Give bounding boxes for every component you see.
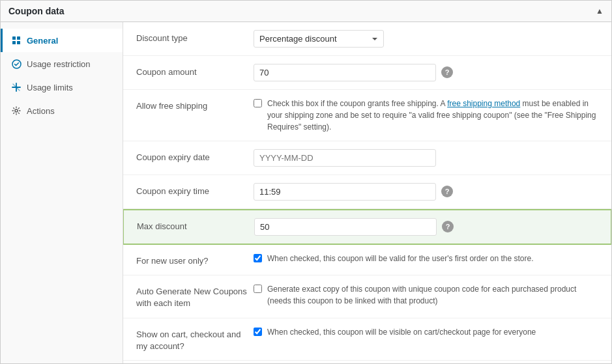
auto-generate-label: Auto Generate New Coupons with each item (136, 283, 254, 309)
coupon-amount-input[interactable] (254, 64, 436, 81)
allow-free-shipping-content: Check this box if the coupon grants free… (254, 98, 598, 133)
show-on-cart-description: When checked, this coupon will be visibl… (267, 326, 536, 338)
auto-generate-content: Generate exact copy of this coupon with … (254, 283, 598, 307)
auto-generate-row: Auto Generate New Coupons with each item… (123, 275, 611, 318)
show-on-cart-content: When checked, this coupon will be visibl… (254, 326, 598, 338)
sidebar-item-usage-restriction[interactable]: Usage restriction (1, 52, 123, 76)
circle-check-icon (11, 59, 22, 69)
sidebar-label-usage-limits: Usage limits (27, 83, 73, 92)
free-shipping-link[interactable]: free shipping method (447, 99, 520, 108)
coupon-panel: Coupon data ▲ General (0, 0, 612, 364)
max-discount-row: Max discount ? (123, 209, 611, 245)
main-content: Discount type Percentage discount Fixed … (123, 22, 611, 363)
svg-rect-3 (17, 41, 20, 44)
max-discount-help-icon[interactable]: ? (442, 221, 454, 232)
coupon-expiry-time-input[interactable] (254, 183, 436, 201)
sidebar-label-usage-restriction: Usage restriction (27, 59, 91, 69)
for-new-user-content: When checked, this coupon will be valid … (254, 253, 598, 264)
coupon-amount-help-icon[interactable]: ? (441, 66, 453, 78)
panel-header: Coupon data ▲ (1, 1, 611, 22)
svg-rect-1 (17, 36, 20, 40)
max-discount-label: Max discount (137, 218, 254, 232)
allow-free-shipping-checkbox[interactable] (254, 99, 262, 107)
coupon-amount-label: Coupon amount (136, 64, 254, 78)
panel-title: Coupon data (8, 6, 65, 16)
allow-free-shipping-wrap: Check this box if the coupon grants free… (254, 98, 598, 133)
coupon-expiry-time-help-icon[interactable]: ? (441, 186, 453, 197)
for-new-user-description: When checked, this coupon will be valid … (267, 253, 534, 264)
coupon-amount-content: ? (254, 64, 598, 81)
coupon-expiry-time-label: Coupon expiry time (136, 183, 254, 197)
grid-icon (11, 35, 22, 46)
plus-cross-icon (11, 82, 22, 92)
coupon-expiry-date-row: Coupon expiry date (123, 141, 611, 175)
gear-icon (11, 105, 22, 116)
coupon-expiry-date-label: Coupon expiry date (136, 149, 254, 163)
discount-type-select[interactable]: Percentage discount Fixed cart discount … (254, 30, 384, 48)
discount-type-label: Discount type (136, 30, 254, 44)
auto-generate-wrap: Generate exact copy of this coupon with … (254, 283, 598, 307)
sidebar-item-actions[interactable]: Actions (1, 99, 123, 122)
allow-free-shipping-row: Allow free shipping Check this box if th… (123, 90, 611, 141)
max-discount-content: ? (254, 218, 598, 236)
svg-rect-2 (12, 41, 16, 44)
coupon-expiry-date-input[interactable] (254, 149, 436, 167)
for-new-user-checkbox[interactable] (254, 254, 262, 262)
auto-generate-description: Generate exact copy of this coupon with … (267, 283, 598, 307)
discount-type-row: Discount type Percentage discount Fixed … (123, 22, 611, 56)
collapse-icon[interactable]: ▲ (596, 7, 604, 16)
coupon-amount-row: Coupon amount ? (123, 56, 611, 90)
sidebar-label-actions: Actions (27, 106, 55, 116)
show-on-cart-checkbox[interactable] (254, 328, 262, 336)
allow-free-shipping-label: Allow free shipping (136, 98, 254, 112)
for-new-user-label: For new user only? (136, 253, 254, 267)
panel-body: General Usage restriction (1, 22, 611, 363)
for-new-user-wrap: When checked, this coupon will be valid … (254, 253, 598, 264)
sidebar-item-general[interactable]: General (1, 29, 123, 52)
coupon-expiry-time-content: ? (254, 183, 598, 201)
svg-point-8 (15, 109, 18, 112)
show-on-cart-row: Show on cart, checkout and my account? W… (123, 318, 611, 361)
coupon-expiry-date-content (254, 149, 598, 167)
allow-free-shipping-description: Check this box if the coupon grants free… (267, 98, 598, 133)
for-new-user-row: For new user only? When checked, this co… (123, 245, 611, 275)
sidebar-label-general: General (27, 36, 58, 46)
auto-generate-checkbox[interactable] (254, 285, 262, 293)
show-on-cart-label: Show on cart, checkout and my account? (136, 326, 254, 352)
discount-type-content: Percentage discount Fixed cart discount … (254, 30, 598, 48)
show-on-cart-wrap: When checked, this coupon will be visibl… (254, 326, 598, 338)
sidebar-item-usage-limits[interactable]: Usage limits (1, 76, 123, 99)
svg-rect-0 (12, 36, 16, 40)
sidebar: General Usage restriction (1, 22, 123, 363)
max-discount-input[interactable] (254, 218, 437, 236)
coupon-expiry-time-row: Coupon expiry time ? (123, 175, 611, 209)
